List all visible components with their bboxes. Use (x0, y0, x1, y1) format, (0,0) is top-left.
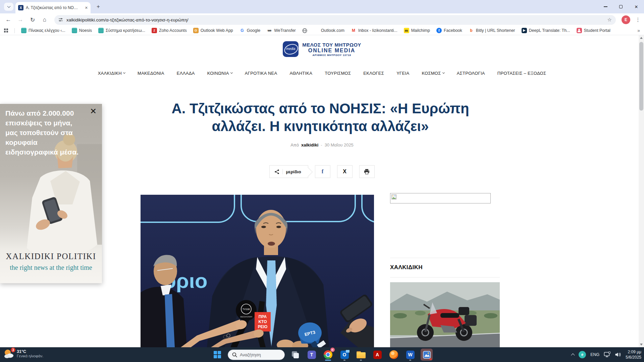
promo-close-icon[interactable]: ✕ (90, 107, 97, 115)
language-indicator[interactable]: ENG (590, 352, 599, 357)
nav-makedonia[interactable]: ΜΑΚΕΔΟΝΙΑ (138, 71, 164, 76)
mic-praktoreio-line2: ΚΤΟ (258, 319, 267, 324)
bookmark-pinakas[interactable]: Πίνακας ελέγχου ‹... (21, 28, 65, 33)
nav-ekloges[interactable]: ΕΚΛΟΓΕΣ (363, 71, 384, 76)
file-explorer-button[interactable] (355, 349, 367, 361)
network-icon[interactable] (604, 352, 610, 358)
browser-tab[interactable]: X Α. Τζιτζικώστας από το ΝΟΗΣΙΣ ✕ (15, 2, 91, 13)
teams-app-button[interactable]: T (306, 349, 318, 361)
search-input[interactable] (240, 352, 277, 357)
share-button[interactable]: μερίδιο (269, 165, 308, 178)
facebook-share-button[interactable]: f (315, 165, 330, 178)
nav-koinonia[interactable]: ΚΟΙΝΩΝΙΑ (207, 71, 232, 76)
nav-astrologia[interactable]: ΑΣΤΡΟΛΟΓΙΑ (457, 71, 485, 76)
scrollbar-thumb[interactable] (639, 42, 643, 111)
bookmark-outlook-com[interactable]: Outlook.com (314, 28, 344, 33)
taskbar-search[interactable] (228, 350, 285, 360)
maximize-button[interactable] (613, 0, 629, 13)
tab-search-button[interactable] (4, 3, 13, 11)
photos-app-button[interactable] (421, 349, 433, 361)
nav-ellada[interactable]: ΕΛΛΑΔΑ (177, 71, 195, 76)
site-header-badge: media ΜΕΛΟΣ ΤΟΥ ΜΗΤΡΩΟΥ ONLINE MEDIA ΑΡΙ… (0, 41, 644, 57)
bookmark-zoho[interactable]: ZZoho Accounts (152, 28, 187, 33)
page-scrollbar[interactable] (639, 35, 644, 347)
home-button[interactable]: ⌂ (40, 13, 50, 26)
bookmark-deepl[interactable]: DeepL Translate: Th... (522, 28, 570, 33)
sun-cloud-icon: 3 (3, 349, 14, 359)
running-indicator (409, 360, 411, 361)
forward-button[interactable]: → (15, 13, 25, 26)
divider (282, 169, 283, 174)
nav-agrotika[interactable]: ΑΓΡΟΤΙΚΑ ΝΕΑ (245, 71, 277, 76)
minimize-button[interactable] (598, 0, 613, 13)
divider (390, 258, 500, 258)
globe-icon (302, 28, 307, 33)
running-indicator (343, 360, 345, 361)
bookmark-wetransfer[interactable]: weWeTransfer (267, 28, 296, 33)
firefox-app-button[interactable] (388, 349, 400, 361)
reload-button[interactable]: ↻ (28, 13, 38, 26)
taskbar-clock[interactable]: 2:09 μμ 5/6/2025 (626, 349, 641, 360)
nav-athlitika[interactable]: ΑΘΛΗΤΙΚΑ (290, 71, 313, 76)
taskbar-center: T E O A W (211, 347, 433, 362)
scroll-down-arrow[interactable] (639, 342, 644, 347)
mailchimp-icon: m (404, 28, 409, 33)
acrobat-app-button[interactable]: A (371, 349, 383, 361)
address-bar[interactable]: xalkidikipolitiki.com/α-τζιτζικώστας-από… (54, 15, 616, 25)
browser-menu-icon[interactable]: ⋮ (634, 13, 642, 26)
minimize-icon (604, 6, 607, 7)
tray-chevron-icon[interactable] (571, 353, 575, 357)
chevron-down-icon (230, 71, 233, 74)
apps-grid-icon[interactable] (4, 28, 8, 33)
nav-xalkidiki[interactable]: ΧΑΛΚΙΔΙΚΗ (98, 71, 125, 76)
scroll-up-arrow[interactable] (639, 35, 644, 41)
badge-text: ΜΕΛΟΣ ΤΟΥ ΜΗΤΡΩΟΥ ONLINE MEDIA ΑΡΙΘΜΟΣ Μ… (302, 42, 361, 57)
word-app-button[interactable]: W (404, 349, 416, 361)
promo-headline: Πάνω από 2.000.000 επισκέψεις το μήνα, μ… (5, 109, 86, 157)
outlook-app-button[interactable]: O (338, 349, 351, 361)
bookmark-student-portal[interactable]: Student Portal (577, 28, 610, 33)
deepl-icon (522, 28, 527, 33)
nav-tourismos[interactable]: ΤΟΥΡΙΣΜΟΣ (325, 71, 351, 76)
bookmark-bitly[interactable]: bBitly | URL Shortener (469, 28, 515, 33)
start-button[interactable] (211, 349, 223, 361)
close-button[interactable]: ✕ (629, 0, 644, 13)
profile-avatar[interactable]: E (622, 15, 630, 24)
bookmarks-overflow-icon[interactable]: » (637, 28, 640, 33)
bookmark-google[interactable]: GGoogle (239, 28, 260, 33)
volume-icon[interactable] (615, 352, 621, 357)
twitter-x-share-button[interactable]: X (337, 165, 353, 178)
badge-line3: ΑΡΙΘΜΟΣ ΜΗΤΡΩΟΥ 13718 (302, 54, 361, 57)
bookmark-outlook-web-app[interactable]: OOutlook Web App (193, 28, 233, 33)
new-tab-button[interactable]: + (95, 3, 102, 10)
site-favicon: X (18, 5, 23, 10)
bookmark-noesis[interactable]: Noesis (72, 28, 92, 33)
sidebar-article-thumbnail[interactable] (390, 282, 500, 347)
nav-ygeia[interactable]: ΥΓΕΙΑ (396, 71, 409, 76)
broken-image-icon (391, 194, 396, 199)
bookmark-gmail-inbox[interactable]: MInbox - lizikonstanti... (351, 28, 397, 33)
back-button[interactable]: ← (3, 13, 13, 26)
tab-close-icon[interactable]: ✕ (85, 6, 88, 10)
sidebar-ad-placeholder[interactable] (390, 193, 491, 203)
bookmark-star-icon[interactable]: ☆ (607, 17, 612, 23)
bookmark-facebook[interactable]: fFacebook (436, 28, 462, 33)
chrome-app-button[interactable]: E (322, 349, 334, 361)
bookmark-globe[interactable] (302, 28, 307, 33)
eset-tray-icon[interactable]: e (579, 351, 586, 358)
bookmark-systima[interactable]: Σύστημα κρατήσεω... (98, 28, 145, 33)
window-controls: ✕ (598, 0, 644, 13)
nav-protaseis[interactable]: ΠΡΟΤΑΣΕΙΣ – ΕΞΟΔΟΣ (497, 71, 546, 76)
bookmark-mailchimp[interactable]: mMailchimp (404, 28, 430, 33)
print-button[interactable] (359, 165, 375, 178)
task-view-button[interactable] (289, 349, 301, 361)
nav-kosmos[interactable]: ΚΟΣΜΟΣ (422, 71, 444, 76)
weather-widget[interactable]: 3 31°C Γενικά ηλιοφάν. (3, 349, 43, 359)
byline-author-link[interactable]: xalkidiki (301, 142, 318, 147)
word-icon: W (406, 351, 415, 359)
tab-title: Α. Τζιτζικώστας από το ΝΟΗΣΙΣ (26, 5, 79, 10)
site-settings-icon[interactable] (58, 17, 63, 22)
tab-strip: X Α. Τζιτζικώστας από το ΝΟΗΣΙΣ ✕ + ✕ (0, 0, 644, 13)
bookmarks-bar: Πίνακας ελέγχου ‹... Noesis Σύστημα κρατ… (0, 26, 644, 35)
mic-praktoreio-line1: ΠΡΑ (259, 314, 267, 319)
